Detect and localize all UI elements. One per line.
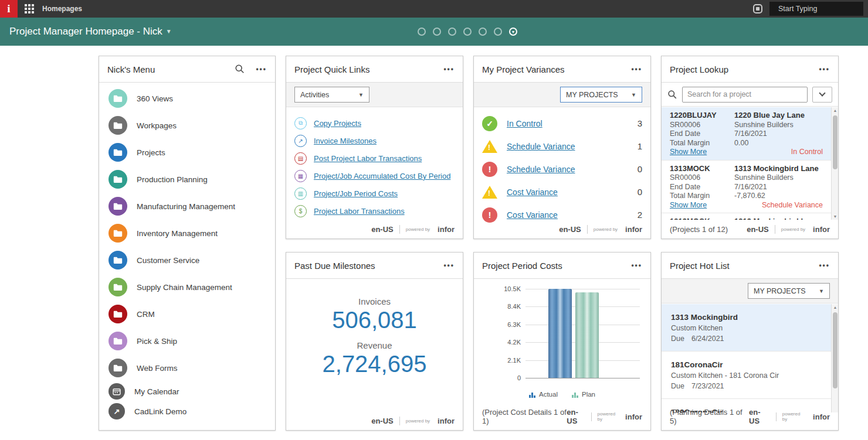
app-grid-icon[interactable] — [25, 4, 34, 13]
menu-item-supply-chain-management[interactable]: Supply Chain Management — [108, 274, 266, 301]
quick-link-project-labor-transactions[interactable]: $ Project Labor Transactions — [294, 202, 455, 220]
scroll-up-icon[interactable]: ▲ — [832, 305, 839, 309]
menu-item-web-forms[interactable]: Web Forms — [108, 354, 266, 381]
locale-selector[interactable]: en-US — [559, 225, 581, 234]
end-date-value: 7/16/2021 — [734, 129, 823, 138]
widget-title: My Project Variances — [482, 64, 631, 74]
widget-menu-icon[interactable]: ••• — [819, 261, 830, 270]
actual-bar[interactable] — [548, 289, 572, 378]
quick-links-filter-select[interactable]: Activities ▼ — [294, 87, 369, 103]
menu-item-manufacturing-management[interactable]: Manufacturing Management — [108, 193, 266, 220]
quick-link-label: Post Project Labor Transactions — [314, 154, 422, 163]
locale-selector[interactable]: en-US — [567, 408, 585, 425]
legend-label: Plan — [582, 391, 595, 398]
menu-item-workpages[interactable]: Workpages — [108, 112, 266, 139]
page-dot-7-active[interactable]: ▼ — [509, 28, 517, 36]
search-icon[interactable] — [235, 64, 245, 74]
document-icon: ▤ — [294, 152, 307, 165]
page-dot-2[interactable] — [433, 28, 441, 36]
widget-menu-icon[interactable]: ••• — [256, 65, 267, 73]
project-builder: Sunshine Builders — [734, 173, 823, 182]
menu-item-pick-and-ship[interactable]: Pick & Ship — [108, 328, 266, 354]
widget-menu-icon[interactable]: ••• — [631, 261, 642, 270]
menu-item-customer-service[interactable]: Customer Service — [108, 247, 266, 274]
variance-link[interactable]: In Control — [507, 119, 628, 128]
menu-item-inventory-management[interactable]: Inventory Management — [108, 220, 266, 247]
plan-bar[interactable] — [575, 292, 599, 378]
locale-selector[interactable]: en-US — [371, 225, 394, 234]
variance-link[interactable]: Schedule Variance — [507, 142, 628, 151]
legend-actual[interactable]: Actual — [529, 391, 558, 398]
status-badge: Schedule Variance — [734, 201, 823, 210]
hot-list-row[interactable]: 181CoronaCir Custom Kitchen - 181 Corona… — [662, 352, 831, 399]
widget-title: Project Period Costs — [482, 261, 631, 271]
widget-menu-icon[interactable]: ••• — [631, 65, 642, 73]
variance-count: 1 — [638, 141, 642, 151]
show-more-link[interactable]: Show More — [670, 148, 734, 156]
scroll-up-icon[interactable]: ▲ — [832, 108, 839, 112]
infor-brand-label: infor — [438, 417, 455, 425]
expand-chevron-button[interactable] — [812, 87, 832, 103]
top-bar: i Homepages — [0, 0, 868, 18]
quick-link-period-costs[interactable]: ▥ Project/Job Period Costs — [294, 185, 455, 202]
app-label-homepages[interactable]: Homepages — [42, 5, 82, 13]
project-result-row[interactable]: 1319MOCK 1319 Mockingbird Lane SR00006 S… — [662, 213, 831, 220]
display-mode-icon[interactable] — [753, 4, 762, 13]
project-result-row[interactable]: 1313MOCK 1313 Mockingbird Lane SR00006 S… — [662, 161, 831, 214]
menu-item-cadlink-demo[interactable]: ↗ CadLink Demo — [108, 401, 266, 421]
metric-label: Revenue — [286, 340, 463, 350]
locale-selector[interactable]: en-US — [747, 225, 769, 234]
scrollbar-thumb[interactable] — [833, 115, 838, 169]
quick-link-invoice-milestones[interactable]: ↗ Invoice Milestones — [294, 132, 455, 149]
widget-title: Project Lookup — [670, 64, 819, 74]
locale-selector[interactable]: en-US — [371, 417, 394, 425]
powered-by-label: powered by — [406, 418, 430, 424]
global-search-input[interactable] — [778, 5, 868, 13]
variance-link[interactable]: Schedule Variance — [507, 165, 628, 174]
menu-item-label: Projects — [137, 148, 165, 157]
infor-brand-label: infor — [813, 225, 830, 234]
menu-item-projects[interactable]: Projects — [108, 139, 266, 166]
menu-item-360-views[interactable]: 360 Views — [108, 85, 266, 112]
quick-link-accumulated-cost-by-period[interactable]: ▦ Project/Job Accumulated Cost By Period — [294, 167, 455, 185]
menu-item-production-planning[interactable]: Production Planning — [108, 166, 266, 193]
folder-icon — [108, 332, 127, 350]
due-label: Due — [671, 333, 684, 344]
page-dot-4[interactable] — [463, 28, 472, 36]
scroll-down-icon[interactable]: ▼ — [832, 214, 839, 219]
project-search-input[interactable] — [682, 87, 808, 103]
page-title-dropdown[interactable]: Project Manager Homepage - Nick▼ — [9, 26, 172, 37]
scrollbar-thumb[interactable] — [833, 312, 838, 388]
widget-menu-icon[interactable]: ••• — [443, 65, 455, 73]
quick-link-post-project-labor-transactions[interactable]: ▤ Post Project Labor Transactions — [294, 149, 455, 167]
page-dot-5[interactable] — [479, 28, 487, 36]
infor-logo[interactable]: i — [0, 0, 18, 18]
project-result-row[interactable]: 1220BLUJAY 1220 Blue Jay Lane SR00006 Su… — [662, 107, 831, 161]
variance-link[interactable]: Cost Variance — [507, 187, 628, 197]
menu-item-my-calendar[interactable]: My Calendar — [108, 381, 266, 401]
legend-plan[interactable]: Plan — [572, 391, 595, 398]
scrollbar[interactable]: ▲ ▼ — [831, 107, 838, 220]
show-more-link[interactable]: Show More — [670, 201, 734, 210]
folder-icon — [108, 224, 127, 243]
menu-item-crm[interactable]: CRM — [108, 301, 266, 328]
quick-link-label: Project/Job Accumulated Cost By Period — [314, 172, 450, 180]
variance-link[interactable]: Cost Variance — [507, 210, 628, 220]
variance-count: 0 — [638, 164, 642, 174]
quick-link-copy-projects[interactable]: ⧉ Copy Projects — [294, 114, 455, 132]
page-dot-1[interactable] — [418, 28, 426, 36]
hot-list-row[interactable]: 1313 Mockingbird Custom Kitchen Due6/24/… — [662, 304, 831, 352]
y-tick: 8.4K — [507, 303, 521, 310]
variances-filter-select[interactable]: MY PROJECTS ▼ — [560, 87, 642, 103]
widget-menu-icon[interactable]: ••• — [443, 261, 455, 270]
page-dot-6[interactable] — [494, 28, 502, 36]
copy-icon: ⧉ — [294, 117, 307, 129]
y-tick: 10.5K — [504, 285, 521, 292]
grid-icon: ▦ — [294, 170, 307, 182]
hotlist-filter-select[interactable]: MY PROJECTS ▼ — [748, 283, 830, 299]
widget-menu-icon[interactable]: ••• — [819, 65, 830, 73]
menu-item-label: Pick & Ship — [137, 337, 177, 346]
page-dot-3[interactable] — [448, 28, 456, 36]
scrollbar[interactable]: ▲ — [831, 304, 838, 412]
locale-selector[interactable]: en-US — [749, 408, 770, 425]
